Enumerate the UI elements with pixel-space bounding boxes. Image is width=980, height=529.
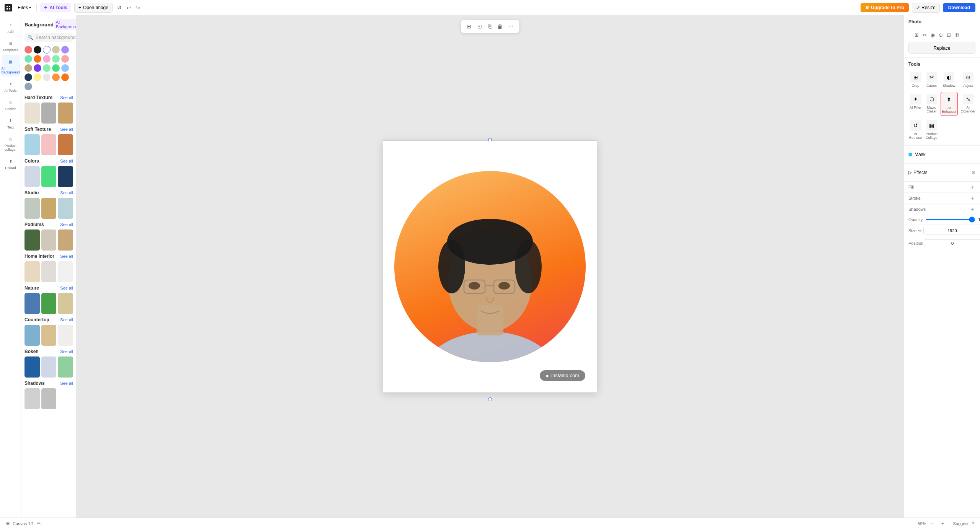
see-all-countertop[interactable]: See all — [60, 317, 73, 322]
list-item[interactable] — [24, 261, 40, 282]
color-swatch-light-blue[interactable] — [61, 64, 69, 72]
size-width-input[interactable] — [923, 227, 980, 234]
tool-item-magic-eraser[interactable]: ⬡ Magic Eraser — [925, 92, 938, 116]
see-all-podiums[interactable]: See all — [60, 222, 73, 227]
zoom-out-button[interactable]: − — [929, 519, 935, 528]
list-item[interactable] — [24, 230, 40, 251]
see-all-studio[interactable]: See all — [60, 190, 73, 195]
list-item[interactable] — [24, 103, 40, 124]
mask-row[interactable]: Mask — [908, 150, 975, 160]
see-all-home-interior[interactable]: See all — [60, 254, 73, 259]
sidebar-item-templates[interactable]: ⊞ Templates — [2, 37, 20, 54]
list-item[interactable] — [24, 166, 40, 187]
color-swatch-purple[interactable] — [61, 46, 69, 54]
list-item[interactable] — [24, 388, 40, 409]
rotation-handle[interactable] — [488, 397, 492, 401]
photo-icon-5[interactable]: ⊡ — [945, 31, 952, 39]
list-item[interactable] — [58, 325, 73, 346]
color-swatch-red[interactable] — [24, 46, 32, 54]
zoom-in-button[interactable]: ＋ — [939, 519, 947, 529]
color-swatch-tan[interactable] — [52, 46, 60, 54]
open-image-button[interactable]: + Open Image — [74, 3, 113, 13]
canvas-more-button[interactable]: ··· — [507, 22, 515, 31]
undo-button[interactable]: ↺ — [116, 3, 123, 12]
color-swatch-coral[interactable] — [52, 73, 60, 81]
see-all-soft-texture[interactable]: See all — [60, 127, 73, 132]
color-swatch-white[interactable] — [43, 46, 51, 54]
list-item[interactable] — [41, 293, 57, 314]
see-all-bokeh[interactable]: See all — [60, 349, 73, 354]
list-item[interactable] — [58, 134, 73, 155]
sidebar-item-product[interactable]: ⊡ Productcollage — [2, 132, 20, 154]
list-item[interactable] — [58, 103, 73, 124]
photo-icon-3[interactable]: ◉ — [929, 31, 936, 39]
resize-button[interactable]: ⤢ Resize — [912, 3, 940, 13]
see-all-shadows[interactable]: See all — [60, 381, 73, 386]
resize-handle-top[interactable] — [488, 138, 492, 141]
effects-expand-button[interactable]: ⊕ — [972, 170, 975, 175]
sidebar-item-aitools[interactable]: ✦ AI Tools — [2, 77, 20, 95]
color-swatch-light-gray[interactable] — [43, 73, 51, 81]
color-swatch-brown[interactable] — [24, 64, 32, 72]
shadows-add-button[interactable]: ＋ — [969, 206, 975, 212]
files-menu[interactable]: Files ▾ — [15, 3, 33, 12]
color-swatch-orange[interactable] — [34, 55, 41, 63]
position-x-input[interactable] — [924, 239, 980, 247]
tool-item-shadow[interactable]: ◐ Shadow — [941, 70, 958, 90]
fill-add-button[interactable]: ＋ — [969, 184, 975, 190]
list-item[interactable] — [41, 198, 57, 219]
list-item[interactable] — [58, 356, 73, 378]
list-item[interactable] — [41, 134, 57, 155]
tool-item-ai-enhancer[interactable]: ⬆ AI Enhancer — [941, 92, 958, 116]
photo-icon-trash[interactable]: 🗑 — [953, 31, 961, 39]
list-item[interactable] — [58, 293, 73, 314]
sidebar-item-sticker[interactable]: ☺ Sticker — [2, 96, 20, 113]
list-item[interactable] — [58, 198, 73, 219]
canvas-copy-button[interactable]: ⎘ — [486, 22, 493, 31]
tool-item-adjust[interactable]: ⊙ Adjust — [960, 70, 977, 90]
opacity-slider[interactable] — [926, 219, 975, 220]
undo2-button[interactable]: ↩ — [125, 3, 132, 12]
list-item[interactable] — [58, 261, 73, 282]
list-item[interactable] — [24, 198, 40, 219]
tool-item-cutout[interactable]: ✂ Cutout — [925, 70, 938, 90]
photo-icon-2[interactable]: ✂ — [921, 31, 928, 39]
list-item[interactable] — [41, 261, 57, 282]
color-swatch-blue-gray[interactable] — [24, 83, 32, 90]
replace-button[interactable]: Replace — [908, 43, 975, 54]
list-item[interactable] — [58, 166, 73, 187]
tool-item-ai-filter[interactable]: ✦ AI Filter — [908, 92, 923, 116]
color-swatch-green[interactable] — [52, 64, 60, 72]
color-swatch-navy[interactable] — [24, 73, 32, 81]
see-all-nature[interactable]: See all — [60, 286, 73, 290]
list-item[interactable] — [41, 230, 57, 251]
photo-icon-1[interactable]: ⊞ — [913, 31, 920, 39]
canvas-frame-button[interactable]: ⊡ — [475, 22, 484, 31]
redo-button[interactable]: ↪ — [134, 3, 142, 12]
list-item[interactable] — [24, 134, 40, 155]
color-swatch-pink[interactable] — [43, 55, 51, 63]
color-swatch-yellow[interactable] — [34, 73, 41, 81]
help-icon[interactable]: ? — [972, 521, 974, 526]
sidebar-item-upload[interactable]: ⬆ Upload — [2, 155, 20, 172]
color-swatch-black[interactable] — [34, 46, 41, 54]
search-input[interactable] — [36, 35, 76, 40]
canvas-arrange-button[interactable]: ⊞ — [465, 22, 473, 31]
list-item[interactable] — [41, 388, 57, 409]
ai-tools-button[interactable]: ✦ AI Tools — [40, 3, 71, 12]
list-item[interactable] — [41, 103, 57, 124]
list-item[interactable] — [24, 356, 40, 378]
sidebar-item-add[interactable]: ＋ Add — [2, 18, 20, 36]
color-swatch-sage[interactable] — [43, 64, 51, 72]
see-all-hard-texture[interactable]: See all — [60, 95, 73, 100]
color-swatch-dark-orange[interactable] — [61, 73, 69, 81]
stroke-add-button[interactable]: ＋ — [969, 195, 975, 201]
tool-item-product-collage[interactable]: ▦ Product Collage — [925, 118, 938, 142]
list-item[interactable] — [41, 356, 57, 378]
sidebar-item-text[interactable]: T Text — [2, 114, 20, 132]
list-item[interactable] — [58, 230, 73, 251]
list-item[interactable] — [24, 325, 40, 346]
color-swatch-mint[interactable] — [24, 55, 32, 63]
tool-item-ai-replace[interactable]: ↺ AI Replace — [908, 118, 923, 142]
photo-icon-4[interactable]: ⊙ — [937, 31, 944, 39]
